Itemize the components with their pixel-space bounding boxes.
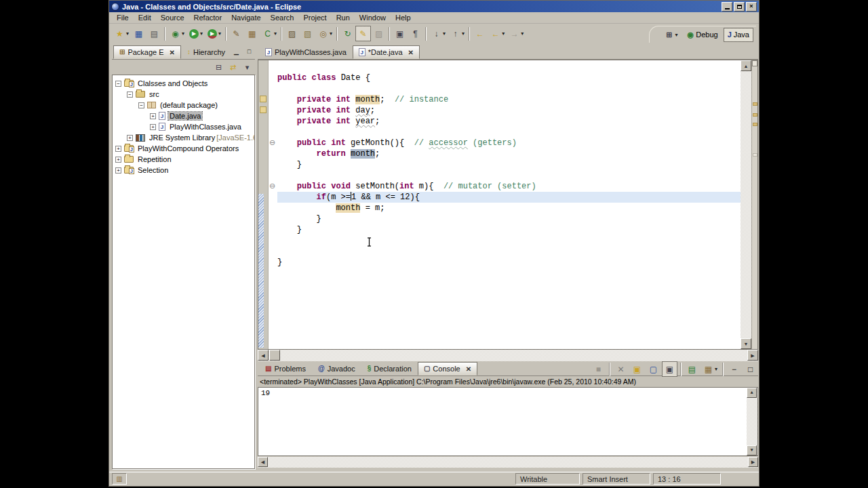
tree-item-playwithcompound-operators[interactable]: +PlayWithCompound Operators <box>113 143 254 154</box>
menu-source[interactable]: Source <box>156 13 189 22</box>
dropdown-arrow-icon[interactable]: ▾ <box>462 30 465 37</box>
scroll-left-icon[interactable]: ◀ <box>258 457 268 467</box>
link-with-editor-icon[interactable]: ⇄ <box>226 61 239 74</box>
terminate-button[interactable]: ■ <box>591 361 606 377</box>
tree-item--default-package-[interactable]: −(default package) <box>113 100 254 110</box>
dropdown-arrow-icon[interactable]: ▾ <box>715 366 717 372</box>
scroll-lock-button[interactable]: ▣ <box>629 361 645 377</box>
remove-launch-button[interactable]: ✕ <box>613 361 629 377</box>
menu-refactor[interactable]: Refactor <box>189 13 227 22</box>
console-horizontal-scrollbar[interactable]: ◀ ▶ <box>258 457 758 468</box>
debug-button[interactable]: ◉▾ <box>167 26 186 41</box>
close-tab-icon[interactable]: ✕ <box>466 365 471 373</box>
view-menu-icon[interactable]: ▾ <box>241 61 254 74</box>
scroll-left-icon[interactable]: ◀ <box>258 350 269 361</box>
minimize-button[interactable] <box>722 2 732 12</box>
last-edit-location-button[interactable]: ← <box>472 26 488 41</box>
editor-vertical-scrollbar[interactable]: ▲ ▼ <box>741 60 751 349</box>
perspective-debug[interactable]: ◉ Debug <box>684 28 722 42</box>
back-button[interactable]: ←▾ <box>488 26 507 41</box>
tree-item-jre-system-library[interactable]: +JRE System Library [JavaSE-1.6] <box>113 132 254 143</box>
open-type-button[interactable]: ▨ <box>284 26 300 41</box>
menu-help[interactable]: Help <box>391 13 416 22</box>
expand-expander-icon[interactable]: + <box>127 135 133 141</box>
dropdown-arrow-icon[interactable]: ▾ <box>443 30 446 37</box>
expand-expander-icon[interactable]: + <box>150 113 156 119</box>
console-output-area[interactable]: 19 ▲ ▼ <box>258 387 758 456</box>
mark-occurrences-button[interactable]: ✎ <box>355 26 371 41</box>
new-java-package-button[interactable]: ▦ <box>244 26 260 41</box>
expand-expander-icon[interactable]: + <box>115 146 121 152</box>
fast-view-icon[interactable]: ▥ <box>112 473 127 485</box>
perspective-java[interactable]: J Java <box>724 28 753 42</box>
overview-ruler[interactable] <box>751 60 757 349</box>
show-annotations-button[interactable]: ▨ <box>371 26 387 41</box>
tree-item-selection[interactable]: +Selection <box>113 165 254 176</box>
scroll-up-icon[interactable]: ▲ <box>741 60 751 71</box>
tab-problems[interactable]: ▤Problems <box>259 362 312 375</box>
tree-item-date-java[interactable]: +JDate.java <box>113 110 254 121</box>
next-annotation-button[interactable]: ↓▾ <box>429 26 448 41</box>
vertical-ruler[interactable] <box>258 60 269 349</box>
dropdown-arrow-icon[interactable]: ▾ <box>502 30 505 37</box>
collapse-expander-icon[interactable]: − <box>138 102 144 108</box>
close-button[interactable]: × <box>746 2 757 12</box>
fold-collapse-icon[interactable]: ⊖ <box>269 182 275 190</box>
menu-navigate[interactable]: Navigate <box>226 13 265 22</box>
menu-search[interactable]: Search <box>266 13 299 22</box>
overview-annotation-mark[interactable] <box>753 102 757 106</box>
new-java-project-button[interactable]: ✎ <box>229 26 244 41</box>
tab-date-java[interactable]: J *Date.java ✕ <box>353 45 420 59</box>
restore-button[interactable] <box>734 2 745 12</box>
open-console-button[interactable]: ▦▾ <box>701 361 719 377</box>
overview-annotation-mark[interactable] <box>753 153 757 157</box>
fold-collapse-icon[interactable]: ⊖ <box>269 139 275 146</box>
dropdown-arrow-icon[interactable]: ▾ <box>521 30 524 37</box>
previous-annotation-button[interactable]: ↑▾ <box>448 26 467 41</box>
dropdown-arrow-icon[interactable]: ▾ <box>274 30 277 37</box>
tab-hierarchy[interactable]: ↕ Hierarchy <box>181 45 231 59</box>
scroll-up-icon[interactable]: ▲ <box>747 388 757 398</box>
menu-window[interactable]: Window <box>355 13 391 22</box>
forward-button[interactable]: →▾ <box>507 26 526 41</box>
tab-javadoc[interactable]: @Javadoc <box>312 362 361 375</box>
folding-ruler[interactable]: ⊖⊖ <box>269 60 277 349</box>
tab-package-explorer[interactable]: ⊞ Package E ✕ <box>113 45 181 59</box>
pin-console-button[interactable]: ▣ <box>662 361 677 377</box>
tree-item-repetition[interactable]: +Repetition <box>113 154 254 165</box>
tree-item-src[interactable]: −src <box>113 89 254 100</box>
code-editor[interactable]: public class Date { private int month; /… <box>277 60 741 349</box>
collapse-expander-icon[interactable]: − <box>115 81 121 87</box>
tree-item-playwithclasses-java[interactable]: +JPlayWithClasses.java <box>113 121 254 132</box>
menu-run[interactable]: Run <box>332 13 355 22</box>
clear-console-button[interactable]: ▢ <box>646 361 661 377</box>
expand-expander-icon[interactable]: + <box>115 157 121 163</box>
menu-file[interactable]: File <box>112 13 134 22</box>
editor-horizontal-scrollbar[interactable]: ◀ ▶ <box>258 350 758 361</box>
open-perspective-button[interactable]: ⊞ ▾ <box>662 28 682 42</box>
scroll-right-icon[interactable]: ▶ <box>747 350 758 361</box>
tab-console[interactable]: ▢Console✕ <box>418 362 477 375</box>
new-java-class-button[interactable]: C▾ <box>260 26 279 41</box>
run-button[interactable]: ▶▾ <box>186 26 205 41</box>
scrollbar-thumb[interactable] <box>269 350 280 361</box>
dropdown-arrow-icon[interactable]: ▾ <box>182 30 184 37</box>
open-resource-button[interactable]: ▧ <box>300 26 315 41</box>
dropdown-arrow-icon[interactable]: ▾ <box>126 30 129 37</box>
new-wizard-button[interactable]: ★▾ <box>112 26 131 41</box>
expand-expander-icon[interactable]: + <box>115 167 121 174</box>
collapse-expander-icon[interactable]: − <box>127 92 133 98</box>
overview-annotation-mark[interactable] <box>753 123 757 126</box>
scroll-down-icon[interactable]: ▼ <box>747 445 757 455</box>
tab-declaration[interactable]: §Declaration <box>361 362 418 375</box>
maximize-view-button[interactable]: □ <box>243 46 255 56</box>
print-button[interactable]: ▤ <box>146 26 162 41</box>
dropdown-arrow-icon[interactable]: ▾ <box>200 30 203 37</box>
refresh-button[interactable]: ↻ <box>340 26 355 41</box>
scroll-down-icon[interactable]: ▼ <box>741 338 751 349</box>
menu-edit[interactable]: Edit <box>134 13 156 22</box>
minimize-view-button[interactable]: − <box>726 361 742 377</box>
tab-playwithclasses-java[interactable]: J PlayWithClasses.java <box>259 45 353 59</box>
collapse-all-icon[interactable]: ⊟ <box>212 61 225 74</box>
console-vertical-scrollbar[interactable]: ▲ ▼ <box>747 388 757 455</box>
